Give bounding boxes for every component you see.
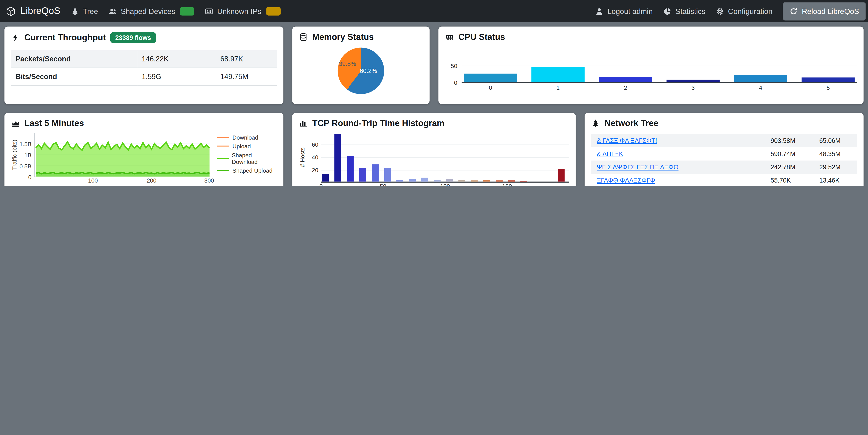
node-upload: 13.46K xyxy=(819,177,851,184)
unknown-ips-badge xyxy=(266,7,281,15)
legend-swatch xyxy=(217,170,229,171)
user-icon xyxy=(595,7,603,15)
network-node-link[interactable]: ΞΓΛΦΘ ΦΛΛΞΣΦΓΦ xyxy=(597,177,655,184)
x-axis-label: Time since now (seconds) xyxy=(34,185,210,186)
cube-logo-icon xyxy=(5,6,16,17)
libreqos-dashboard: LibreQoS Tree Shaped Devices Unknown IPs… xyxy=(0,0,868,186)
rtt-histogram-bar xyxy=(484,180,490,182)
rtt-histogram-chart: # Hosts 204060 050100150 TCP Round-Trip … xyxy=(299,132,569,186)
database-icon xyxy=(299,33,308,41)
network-node-link[interactable]: & ΓΛΣΞ ΦΛ ΞΛΓΣΦΤ! xyxy=(597,137,657,144)
top-navbar: LibreQoS Tree Shaped Devices Unknown IPs… xyxy=(0,0,868,22)
network-tree-row: & ΓΛΣΞ ΦΛ ΞΛΓΣΦΤ!903.58M65.06M xyxy=(591,134,857,147)
rtt-histogram-bar xyxy=(360,168,366,182)
network-tree-card: Network Tree & ΓΛΣΞ ΦΛ ΞΛΓΣΦΤ!903.58M65.… xyxy=(585,113,864,186)
throughput-table: Packets/Second146.22K68.97KBits/Second1.… xyxy=(11,50,277,86)
metric-value-1: 146.22K xyxy=(137,50,216,68)
brand[interactable]: LibreQoS xyxy=(5,5,60,17)
node-upload: 48.35M xyxy=(819,151,851,157)
throughput-history-chart: Traffic (bits) 1.5B 1B 0.5B 0 100 200 30… xyxy=(11,133,277,186)
rtt-histogram-bar xyxy=(521,181,527,182)
x-tick: 300 xyxy=(204,177,214,184)
rtt-gridline xyxy=(321,145,569,145)
card-title: Last 5 Minutes xyxy=(24,119,84,128)
cpu-core-bar xyxy=(464,74,517,82)
throughput-row: Bits/Second1.59G149.75M xyxy=(11,68,277,86)
rtt-histogram-bar xyxy=(471,180,477,181)
bolt-icon xyxy=(11,33,20,42)
rtt-histogram-bar xyxy=(347,156,353,182)
network-tree-row: ΨΓ Σ ΛΨΦΓΣ ΓΞΣ ΠΞ ΛΞΦΘ242.78M29.52M xyxy=(591,161,857,174)
rtt-histogram-bar xyxy=(459,180,465,182)
nav-item-tree[interactable]: Tree xyxy=(71,7,98,15)
cpu-x-tick: 3 xyxy=(666,84,720,91)
current-throughput-card: Current Throughput 23389 flows Packets/S… xyxy=(4,27,283,104)
rtt-x-axis: 050100150 xyxy=(321,183,569,186)
metric-label: Bits/Second xyxy=(11,68,137,86)
brand-title: LibreQoS xyxy=(21,5,60,17)
network-node-link[interactable]: & ΛΠΓΞΚ xyxy=(597,151,623,157)
metric-value-1: 1.59G xyxy=(137,68,216,86)
area-chart-icon xyxy=(11,119,20,128)
cpu-bar-slot xyxy=(802,78,855,82)
network-tree-row: & ΛΠΓΞΚ590.74M48.35M xyxy=(591,147,857,160)
nav-item-statistics[interactable]: Statistics xyxy=(663,7,705,15)
nav-item-unknown-ips[interactable]: Unknown IPs xyxy=(205,7,281,15)
rtt-x-tick: 0 xyxy=(319,183,323,186)
rtt-histogram-bar xyxy=(322,174,329,181)
cpu-bar-slot xyxy=(599,77,652,82)
rtt-histogram-bar xyxy=(384,167,391,181)
card-title: Network Tree xyxy=(604,119,658,128)
nav-item-configuration[interactable]: Configuration xyxy=(716,7,773,15)
cpu-y-axis: 50 0 xyxy=(445,51,462,83)
rtt-histogram-card: TCP Round-Trip Time Histogram # Hosts 20… xyxy=(292,113,576,186)
cpu-bar-slot xyxy=(666,80,720,82)
cpu-core-bar xyxy=(599,77,652,82)
tree-icon xyxy=(71,7,79,15)
reload-label: Reload LibreQoS xyxy=(802,7,859,15)
pie-slice-label: 60.2% xyxy=(360,67,377,74)
node-upload: 65.06M xyxy=(819,137,851,144)
rtt-histogram-bar xyxy=(397,180,403,182)
y-tick: 0 xyxy=(28,174,31,180)
cpu-gridline xyxy=(462,65,857,65)
flows-badge: 23389 flows xyxy=(110,32,156,43)
rtt-x-tick: 50 xyxy=(380,183,386,186)
legend-item: Shaped Upload xyxy=(217,167,277,174)
card-title: CPU Status xyxy=(459,32,505,42)
cpu-x-tick: 4 xyxy=(734,84,787,91)
dashboard-content: Current Throughput 23389 flows Packets/S… xyxy=(0,22,868,186)
nav-label: Tree xyxy=(83,7,98,15)
throughput-row: Packets/Second146.22K68.97K xyxy=(11,50,277,68)
rtt-histogram-bar xyxy=(421,178,428,182)
cpu-bar-slot xyxy=(464,74,517,82)
legend-swatch xyxy=(217,157,228,159)
cpu-core-bar xyxy=(734,74,787,82)
refresh-icon xyxy=(789,7,798,15)
x-tick: 200 xyxy=(147,177,156,184)
x-tick: 100 xyxy=(88,177,98,184)
rtt-histogram-bar xyxy=(434,180,440,182)
network-tree-row: ΞΓΛΦΘ ΦΛΛΞΣΦΓΦ55.70K13.46K xyxy=(591,174,857,186)
memory-chip-icon xyxy=(445,33,454,41)
y-axis-label: # Hosts xyxy=(299,132,307,183)
tree-icon xyxy=(591,119,600,128)
network-node-link[interactable]: ΨΓ Σ ΛΨΦΓΣ ΓΞΣ ΠΞ ΛΞΦΘ xyxy=(597,164,679,170)
cpu-x-tick: 2 xyxy=(599,84,652,91)
y-axis-label: Traffic (bits) xyxy=(11,133,19,177)
legend-swatch xyxy=(217,146,229,147)
nav-label: Shaped Devices xyxy=(121,7,175,15)
cpu-bar-slot xyxy=(734,74,787,82)
cpu-core-bar xyxy=(666,80,720,82)
node-download: 242.78M xyxy=(771,164,819,170)
memory-status-card: Memory Status 60.2% 39.8% xyxy=(292,27,430,104)
reload-button[interactable]: Reload LibreQoS xyxy=(783,2,866,20)
nav-label: Logout admin xyxy=(608,7,653,15)
cpu-status-card: CPU Status 50 0 012345 xyxy=(438,27,864,104)
nav-item-shaped-devices[interactable]: Shaped Devices xyxy=(108,7,195,15)
rtt-gridline xyxy=(321,170,569,170)
shaped-devices-badge xyxy=(180,7,195,15)
nav-item-logout[interactable]: Logout admin xyxy=(595,7,653,15)
pie-chart-icon xyxy=(663,7,672,15)
metric-label: Packets/Second xyxy=(11,50,137,68)
